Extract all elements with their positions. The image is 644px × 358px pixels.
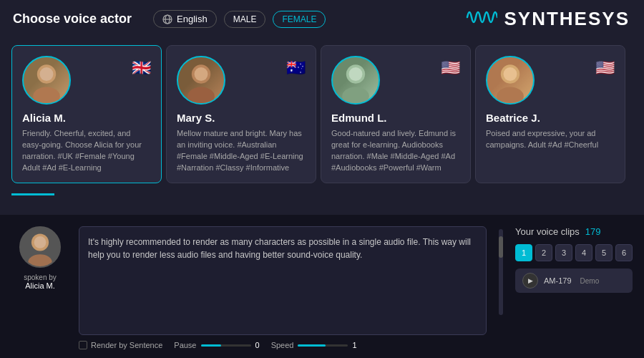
pause-slider-group: Pause 0 — [174, 341, 259, 349]
voice-card-edmund[interactable]: 🇺🇸 Edmund L. Good-natured and lively. Ed… — [321, 45, 471, 183]
page-btn-3[interactable]: 3 — [555, 244, 572, 261]
cards-container: 🇬🇧 Alicia M. Friendly. Cheerful, excited… — [0, 38, 644, 190]
avatar-alicia — [22, 56, 71, 105]
actor-desc-beatrice: Poised and expressive, your ad campaigns… — [486, 128, 615, 151]
pause-label: Pause — [174, 341, 196, 349]
spoken-name: Alicia M. — [25, 281, 55, 290]
actor-name-edmund: Edmund L. — [331, 112, 460, 124]
voice-card-mary[interactable]: 🇦🇺 Mary S. Mellow mature and bright. Mar… — [166, 45, 316, 183]
render-sentence-checkbox[interactable] — [79, 341, 87, 349]
speed-slider-group: Speed 1 — [271, 341, 357, 349]
clips-label: Your voice clips — [515, 226, 580, 237]
flag-us-beatrice: 🇺🇸 — [595, 59, 615, 77]
scrollbar-track[interactable] — [499, 229, 503, 315]
voice-card-alicia[interactable]: 🇬🇧 Alicia M. Friendly. Cheerful, excited… — [11, 45, 162, 183]
bottom-section: spoken by Alicia M. Render by Sentence P… — [0, 215, 644, 358]
spoken-avatar — [19, 226, 61, 268]
spoken-by-col: spoken by Alicia M. — [11, 226, 69, 349]
pause-fill — [201, 344, 221, 347]
clip-name: AM-179 — [544, 276, 572, 285]
clip-player: ▶ AM-179 Demo — [515, 268, 633, 293]
svg-point-16 — [28, 254, 52, 268]
svg-point-11 — [349, 67, 363, 81]
speed-fill — [298, 344, 326, 347]
clips-count: 179 — [585, 226, 601, 237]
language-label: English — [177, 14, 208, 24]
top-section: Choose voice actor English MALE FEMALE S… — [0, 0, 644, 215]
speed-track[interactable] — [298, 344, 348, 347]
svg-point-7 — [187, 87, 215, 103]
scrollbar-thumb — [499, 236, 503, 258]
spoken-by-label: spoken by — [24, 274, 57, 281]
actor-desc-alicia: Friendly. Cheerful, excited, and easy-go… — [22, 128, 151, 174]
clips-header: Your voice clips 179 — [515, 226, 633, 237]
clip-badge: Demo — [580, 277, 600, 285]
flag-uk: 🇬🇧 — [132, 59, 151, 77]
flag-au: 🇦🇺 — [286, 59, 306, 77]
play-button[interactable]: ▶ — [522, 273, 538, 289]
svg-point-14 — [504, 67, 517, 81]
logo-area: SYNTHESYS — [466, 6, 630, 32]
avatar-mary — [177, 56, 225, 105]
card-top: 🇬🇧 — [22, 56, 151, 105]
clips-pages: 123456 — [515, 244, 633, 261]
svg-point-17 — [34, 236, 47, 248]
script-textarea[interactable] — [79, 226, 487, 335]
page-btn-4[interactable]: 4 — [575, 244, 592, 261]
pause-value: 0 — [255, 341, 260, 349]
male-button[interactable]: MALE — [224, 11, 266, 28]
svg-point-8 — [195, 67, 208, 81]
svg-point-10 — [342, 87, 369, 103]
svg-point-5 — [40, 67, 54, 81]
pause-track[interactable] — [201, 344, 251, 347]
page-btn-1[interactable]: 1 — [515, 244, 532, 261]
card-top-beatrice: 🇺🇸 — [486, 56, 615, 105]
card-top-mary: 🇦🇺 — [177, 56, 306, 105]
logo-text: SYNTHESYS — [504, 8, 630, 30]
svg-point-13 — [497, 87, 524, 103]
render-sentence-label[interactable]: Render by Sentence — [79, 341, 162, 349]
globe-icon — [162, 14, 172, 24]
avatar-edmund — [331, 56, 380, 105]
actor-desc-edmund: Good-natured and lively. Edmund is great… — [331, 128, 460, 174]
actor-name-beatrice: Beatrice J. — [486, 112, 615, 124]
speed-label: Speed — [271, 341, 294, 349]
page-title: Choose voice actor — [13, 11, 132, 26]
page-btn-5[interactable]: 5 — [595, 244, 613, 261]
page-btn-2[interactable]: 2 — [535, 244, 552, 261]
wave-icon — [466, 6, 497, 32]
female-button[interactable]: FEMALE — [273, 11, 326, 28]
actor-name-alicia: Alicia M. — [22, 112, 151, 124]
card-top-edmund: 🇺🇸 — [331, 56, 460, 105]
avatar-beatrice — [486, 56, 535, 105]
speed-value: 1 — [352, 341, 356, 349]
actor-desc-mary: Mellow mature and bright. Mary has an in… — [177, 128, 306, 174]
svg-point-4 — [33, 87, 60, 103]
language-button[interactable]: English — [153, 10, 217, 28]
page-btn-6[interactable]: 6 — [615, 244, 633, 261]
text-col: Render by Sentence Pause 0 Speed 1 — [79, 226, 487, 349]
accent-line — [11, 193, 54, 195]
flag-us-edmund: 🇺🇸 — [441, 59, 460, 77]
scrollbar-col — [497, 226, 505, 349]
voice-clips-col: Your voice clips 179 123456 ▶ AM-179 Dem… — [515, 226, 633, 349]
voice-card-beatrice[interactable]: 🇺🇸 Beatrice J. Poised and expressive, yo… — [475, 45, 625, 183]
bottom-controls: Render by Sentence Pause 0 Speed 1 — [79, 341, 487, 349]
actor-name-mary: Mary S. — [177, 112, 306, 124]
